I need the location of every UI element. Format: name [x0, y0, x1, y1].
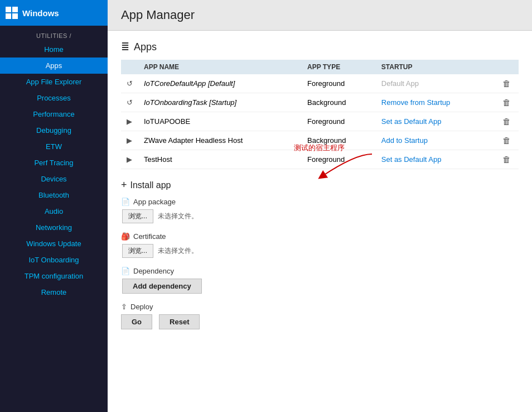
- col-delete: [495, 60, 519, 74]
- svg-rect-1: [12, 7, 18, 12]
- reset-button[interactable]: Reset: [159, 314, 200, 329]
- svg-rect-0: [6, 7, 11, 12]
- play-icon: ▶: [127, 136, 132, 145]
- certificate-browse-button[interactable]: 浏览...: [122, 244, 153, 258]
- dependency-label-row: 📄 Dependency: [121, 267, 519, 275]
- delete-button[interactable]: 🗑: [500, 78, 513, 89]
- startup-cell: Add to Startup: [376, 131, 495, 150]
- app-type-cell: Foreground: [302, 74, 376, 93]
- dependency-label: Dependency: [133, 267, 174, 275]
- sidebar-item-debugging[interactable]: Debugging: [0, 122, 108, 138]
- svg-rect-2: [6, 13, 11, 19]
- certificate-file-row: 浏览... 未选择文件。: [122, 244, 519, 258]
- row-icon-cell: ▶: [121, 150, 138, 169]
- apps-label: Apps: [134, 41, 157, 53]
- brand-title: Windows: [22, 8, 59, 18]
- app-name-cell: ZWave Adapter Headless Host: [138, 131, 302, 150]
- main-content: ≣ Apps APP NAME APP TYPE STARTUP: [108, 31, 532, 412]
- col-app-name: APP NAME: [138, 60, 302, 74]
- table-row: ↺ IoTOnboardingTask [Startup] Background…: [121, 93, 519, 112]
- delete-cell: 🗑: [495, 93, 519, 112]
- app-name-cell: IoTUAPOOBE: [138, 112, 302, 131]
- sidebar-item-home[interactable]: Home: [0, 41, 108, 58]
- app-package-browse-button[interactable]: 浏览...: [122, 209, 153, 223]
- delete-cell: 🗑: [495, 150, 519, 169]
- deploy-label-row: ⇧ Deploy: [121, 303, 519, 311]
- install-section: + Install app 📄 App package 浏览... 未选择文件。…: [121, 179, 519, 329]
- deploy-icon: ⇧: [121, 303, 127, 311]
- deploy-subsection: ⇧ Deploy Go Reset: [121, 303, 519, 329]
- row-icon-cell: ▶: [121, 112, 138, 131]
- delete-button[interactable]: 🗑: [500, 97, 513, 108]
- play-icon: ▶: [127, 155, 132, 164]
- file-icon: 📄: [121, 198, 130, 206]
- annotation-arrow: [272, 148, 394, 188]
- plus-icon: +: [121, 179, 127, 191]
- sidebar-item-processes[interactable]: Processes: [0, 90, 108, 106]
- app-name-cell: IoTCoreDefaultApp [Default]: [138, 74, 302, 93]
- startup-action-link[interactable]: Set as Default App: [381, 117, 442, 126]
- go-button[interactable]: Go: [121, 314, 152, 329]
- page-title: App Manager: [121, 8, 519, 22]
- sidebar-item-apps[interactable]: Apps: [0, 58, 108, 74]
- file-icon-2: 📄: [121, 267, 130, 275]
- add-dependency-button[interactable]: Add dependency: [122, 279, 202, 294]
- sidebar-item-remote[interactable]: Remote: [0, 284, 108, 300]
- svg-rect-3: [12, 13, 18, 19]
- sidebar-item-etw[interactable]: ETW: [0, 138, 108, 155]
- sidebar-item-devices[interactable]: Devices: [0, 171, 108, 187]
- certificate-label: Certificate: [133, 232, 166, 241]
- install-label: Install app: [130, 180, 171, 190]
- sidebar-item-tpm-configuration[interactable]: TPM configuration: [0, 268, 108, 284]
- app-package-label-row: 📄 App package: [121, 198, 519, 206]
- play-icon: ▶: [127, 117, 132, 126]
- sidebar-item-windows-update[interactable]: Windows Update: [0, 236, 108, 252]
- main-header: App Manager: [108, 0, 532, 31]
- col-startup: STARTUP: [376, 60, 495, 74]
- delete-button[interactable]: 🗑: [500, 135, 513, 146]
- startup-action-link[interactable]: Add to Startup: [381, 136, 428, 145]
- windows-logo-icon: [6, 7, 18, 19]
- sidebar-item-perf-tracing[interactable]: Perf Tracing: [0, 155, 108, 171]
- refresh-icon: ↺: [127, 79, 133, 88]
- sidebar-item-networking[interactable]: Networking: [0, 219, 108, 236]
- deploy-buttons-row: Go Reset: [121, 314, 519, 329]
- row-icon-cell: ▶: [121, 131, 138, 150]
- startup-action-link: Default App: [381, 79, 419, 88]
- sidebar-item-app-file-explorer[interactable]: App File Explorer: [0, 74, 108, 90]
- sidebar: Windows UTILITIES / Home Apps App File E…: [0, 0, 108, 412]
- certificate-subsection: 🎒 Certificate 浏览... 未选择文件。: [121, 232, 519, 258]
- certificate-icon: 🎒: [121, 232, 130, 241]
- app-package-subsection: 📄 App package 浏览... 未选择文件。: [121, 198, 519, 223]
- apps-list-icon: ≣: [121, 41, 129, 53]
- sidebar-item-performance[interactable]: Performance: [0, 106, 108, 122]
- delete-button[interactable]: 🗑: [500, 116, 513, 127]
- row-icon-cell: ↺: [121, 93, 138, 112]
- startup-cell: Default App: [376, 74, 495, 93]
- startup-cell: Remove from Startup: [376, 93, 495, 112]
- row-icon-cell: ↺: [121, 74, 138, 93]
- deploy-label: Deploy: [130, 303, 153, 311]
- refresh-icon: ↺: [127, 98, 133, 107]
- dependency-file-row: Add dependency: [122, 279, 519, 294]
- sidebar-item-iot-onboarding[interactable]: IoT Onboarding: [0, 252, 108, 268]
- startup-action-link[interactable]: Remove from Startup: [381, 98, 451, 107]
- table-header-row: APP NAME APP TYPE STARTUP: [121, 60, 519, 74]
- table-row: ↺ IoTCoreDefaultApp [Default] Foreground…: [121, 74, 519, 93]
- startup-cell: Set as Default App: [376, 112, 495, 131]
- apps-section-title: ≣ Apps: [121, 41, 519, 53]
- annotation-text: 测试的宿主程序: [294, 143, 345, 153]
- sidebar-header: Windows: [0, 0, 108, 26]
- delete-button[interactable]: 🗑: [500, 154, 513, 165]
- sidebar-section-label: UTILITIES /: [0, 26, 108, 41]
- app-package-label: App package: [133, 198, 176, 206]
- app-type-cell: Foreground: [302, 112, 376, 131]
- delete-cell: 🗑: [495, 112, 519, 131]
- main-content-area: App Manager ≣ Apps APP NAME APP TYPE STA…: [108, 0, 532, 412]
- app-type-cell: Background: [302, 93, 376, 112]
- app-name-cell: IoTOnboardingTask [Startup]: [138, 93, 302, 112]
- sidebar-item-bluetooth[interactable]: Bluetooth: [0, 187, 108, 203]
- app-package-file-label: 未选择文件。: [158, 212, 198, 221]
- sidebar-item-audio[interactable]: Audio: [0, 203, 108, 219]
- dependency-subsection: 📄 Dependency Add dependency: [121, 267, 519, 294]
